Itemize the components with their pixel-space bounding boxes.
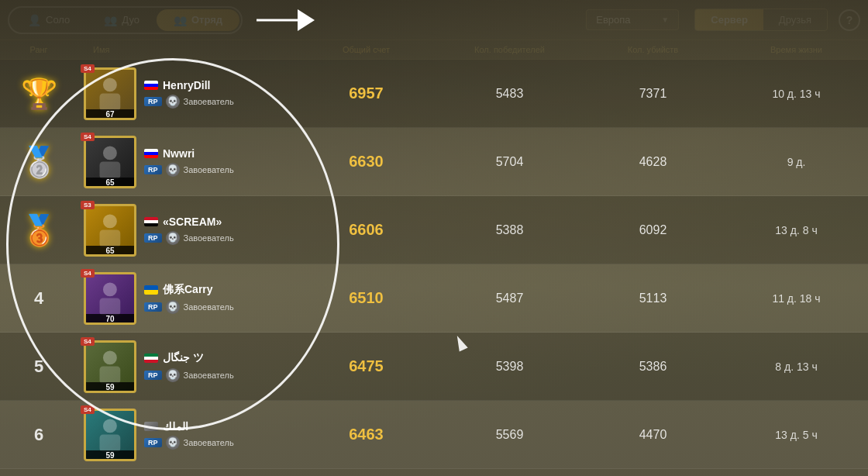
player-cell: 70 S4 佛系Carry RP 💀 Завоеватель [78, 272, 294, 325]
time-cell: 9 д. [725, 155, 868, 169]
player-name: 佛系Carry [163, 283, 213, 297]
season-badge: S4 [81, 133, 95, 141]
time-cell: 11 д. 18 ч [725, 291, 868, 305]
time-value: 13 д. 5 ч [775, 429, 817, 441]
table-row[interactable]: 🏆 67 S4 HenryDill [0, 60, 868, 128]
player-info: الملك RP 💀 Завоеватель [144, 420, 234, 450]
avatar: 59 [84, 409, 136, 461]
player-name-row: جنگال ツ [144, 351, 234, 365]
rank-title: Завоеватель [184, 97, 234, 106]
score-cell: 6463 [294, 426, 438, 443]
time-value: 13 д. 8 ч [775, 224, 817, 236]
avatar-level: 59 [86, 450, 134, 460]
player-info: 佛系Carry RP 💀 Завоеватель [144, 283, 234, 314]
svg-rect-9 [100, 366, 121, 383]
season-badge: S3 [81, 201, 95, 209]
shots-cell: 4628 [581, 155, 725, 169]
avatar-wrap: 59 S4 [84, 409, 136, 461]
rank-title: Завоеватель [184, 302, 234, 312]
score-value: 6630 [349, 153, 384, 170]
kda-cell: 5487 [438, 291, 581, 305]
score-cell: 6475 [294, 357, 438, 375]
rp-badge: RP [144, 165, 162, 174]
score-value: 6957 [349, 85, 384, 102]
kda-value: 5398 [496, 360, 524, 373]
score-value: 6463 [349, 426, 384, 443]
time-value: 10 д. 13 ч [772, 88, 820, 100]
time-cell: 8 д. 13 ч [725, 360, 868, 374]
player-name: HenryDill [163, 79, 210, 91]
kda-value: 5388 [496, 223, 524, 236]
svg-rect-3 [100, 161, 121, 178]
avatar-wrap: 65 S3 [84, 204, 136, 257]
rank-cell: 🏆 [0, 77, 78, 111]
shots-value: 5113 [639, 291, 667, 305]
rp-badge: RP [144, 233, 162, 243]
player-badges: RP 💀 Завоеватель [144, 95, 234, 109]
rp-badge: RP [144, 97, 162, 106]
rank-title: Завоеватель [184, 438, 234, 447]
avatar: 65 [84, 204, 136, 257]
player-name: Nwwri [163, 147, 195, 160]
rp-badge: RP [144, 438, 162, 447]
player-cell: 65 S4 Nwwri RP 💀 Завоеватель [78, 136, 294, 188]
rank-cell: 4 [0, 288, 78, 309]
kda-cell: 5569 [438, 428, 581, 442]
player-name-row: HenryDill [144, 79, 234, 91]
flag-icon [144, 285, 158, 295]
table-row[interactable]: 🥉 65 S3 «SCREAM» [0, 196, 868, 264]
score-cell: 6630 [294, 153, 438, 171]
kda-value: 5483 [496, 87, 524, 100]
time-cell: 10 д. 13 ч [725, 87, 868, 101]
table-row[interactable]: 5 59 S4 جنگال ツ [0, 333, 868, 401]
skull-icon: 💀 [166, 436, 180, 450]
shots-value: 5386 [639, 360, 667, 373]
svg-point-10 [103, 419, 117, 433]
season-badge: S4 [81, 337, 95, 346]
flag-icon [144, 217, 158, 226]
flag-icon [144, 354, 158, 363]
player-info: جنگال ツ RP 💀 Завоеватель [144, 351, 234, 382]
shots-value: 7371 [639, 87, 667, 100]
season-badge: S4 [81, 64, 95, 73]
player-name-row: Nwwri [144, 147, 234, 160]
avatar-level: 65 [86, 178, 134, 188]
rank-title: Завоеватель [184, 233, 234, 243]
table-row[interactable]: 🥈 65 S4 Nwwri [0, 128, 868, 196]
avatar-wrap: 65 S4 [84, 136, 136, 188]
svg-rect-5 [100, 229, 121, 247]
player-name-row: الملك [144, 420, 234, 433]
rank-number: 5 [34, 357, 43, 377]
player-cell: 67 S4 HenryDill RP 💀 Завоеватель [78, 67, 294, 120]
time-value: 8 д. 13 ч [775, 360, 817, 373]
table-row[interactable]: 6 59 S4 الملك [0, 401, 868, 469]
rp-badge: RP [144, 302, 162, 312]
skull-icon: 💀 [166, 300, 180, 314]
kda-value: 5704 [496, 155, 524, 168]
rank-title: Завоеватель [184, 165, 234, 174]
player-cell: 65 S3 «SCREAM» RP 💀 Завоеватель [78, 204, 294, 257]
rank-1-trophy-icon: 🏆 [21, 77, 57, 111]
player-name: جنگال ツ [163, 351, 204, 365]
kda-cell: 5398 [438, 360, 581, 374]
player-name: «SCREAM» [163, 216, 222, 228]
leaderboard-table: 🏆 67 S4 HenryDill [0, 60, 868, 469]
score-cell: 6510 [294, 289, 438, 307]
table-row[interactable]: 4 70 S4 佛系Carry [0, 264, 868, 333]
shots-cell: 7371 [581, 87, 725, 101]
avatar-wrap: 59 S4 [84, 340, 136, 393]
rank-number: 6 [34, 425, 43, 445]
score-value: 6510 [349, 289, 384, 306]
avatar-level: 67 [86, 109, 134, 119]
rank-cell: 5 [0, 357, 78, 377]
player-name-row: 佛系Carry [144, 283, 234, 297]
svg-point-8 [103, 350, 117, 364]
svg-point-4 [103, 214, 117, 228]
score-cell: 6957 [294, 85, 438, 102]
skull-icon: 💀 [166, 95, 180, 109]
score-cell: 6606 [294, 221, 438, 239]
rank-2-trophy-icon: 🥈 [21, 145, 57, 179]
shots-cell: 5113 [581, 291, 725, 305]
player-badges: RP 💀 Завоеватель [144, 368, 234, 382]
kda-cell: 5704 [438, 155, 581, 169]
